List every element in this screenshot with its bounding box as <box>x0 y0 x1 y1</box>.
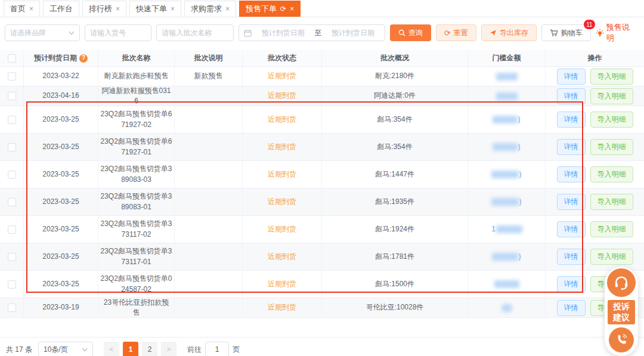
batch-overview-cell: 哥伦比亚:10028件 <box>322 298 468 317</box>
arrival-date-cell: 2023-03-25 <box>24 243 98 270</box>
batch-name-cell: 23Q2彪马预售切货单389083-03 <box>98 161 175 188</box>
row-checkbox[interactable] <box>8 171 16 179</box>
page-button-1[interactable]: 1 <box>123 342 138 356</box>
close-icon[interactable]: × <box>29 5 33 13</box>
export-stock-button[interactable]: 导出库存 <box>481 24 537 41</box>
table-row: 2023-03-2523Q2彪马预售切货单671927-01近期到货彪马:354… <box>0 134 644 161</box>
redacted-amount <box>494 280 519 288</box>
detail-button[interactable]: 详情 <box>557 249 586 265</box>
search-button[interactable]: 查询 <box>390 24 431 41</box>
refresh-icon: ⟳ <box>444 29 451 37</box>
batch-status-cell: 近期到货 <box>243 188 322 215</box>
row-select-cell <box>0 243 24 270</box>
batch-name-cell: 23Q2彪马预售切货单671927-02 <box>98 106 175 133</box>
goto-page-input[interactable] <box>205 342 229 356</box>
batch-name-input[interactable] <box>156 24 234 41</box>
header-select-all <box>0 50 24 66</box>
actions-cell: 详情导入明细 <box>546 243 644 270</box>
close-icon[interactable]: × <box>171 5 175 13</box>
tab-快速下单[interactable]: 快速下单× <box>129 1 181 17</box>
next-page-button[interactable]: > <box>161 342 177 356</box>
tab-label: 快速下单 <box>136 4 167 14</box>
detail-button[interactable]: 详情 <box>557 69 586 85</box>
tab-排行榜[interactable]: 排行榜× <box>82 1 126 17</box>
detail-button[interactable]: 详情 <box>557 139 586 155</box>
date-to-label: 至 <box>314 28 321 38</box>
actions-cell: 详情导入明细 <box>546 86 644 106</box>
batch-status-cell: 近期到货 <box>243 86 322 106</box>
tab-求购需求[interactable]: 求购需求× <box>184 1 236 17</box>
row-select-cell <box>0 271 24 298</box>
detail-button[interactable]: 详情 <box>557 276 586 292</box>
table-row: 2023-03-2523Q2彪马预售切货单373117-01近期到货彪马:178… <box>0 243 644 271</box>
import-detail-button[interactable]: 导入明细 <box>590 166 633 182</box>
tab-预售下单[interactable]: 预售下单⟳× <box>239 1 301 17</box>
cart-icon <box>550 29 558 37</box>
detail-button[interactable]: 详情 <box>557 88 586 104</box>
batch-desc-cell <box>175 298 243 317</box>
refresh-icon[interactable]: ⟳ <box>280 5 286 13</box>
question-icon[interactable]: ? <box>79 54 88 63</box>
status-badge: 近期到货 <box>268 224 296 234</box>
threshold-amount-cell: ) <box>468 243 546 270</box>
threshold-amount-cell <box>468 298 546 317</box>
import-detail-button[interactable]: 导入明细 <box>590 194 633 210</box>
prev-page-button[interactable]: < <box>104 342 119 356</box>
table-body: 2023-03-22耐克新款跑步鞋预售新款预售近期到货耐克:2180件详情导入明… <box>0 67 644 318</box>
page-buttons: < 12 > <box>104 342 177 356</box>
close-icon[interactable]: × <box>290 5 294 13</box>
batch-table: 预计到货日期 ? 批次名称 批次说明 批次状态 批次概况 门槛金额 操作 202… <box>0 50 644 338</box>
page-number-list: 12 <box>123 342 157 356</box>
amount-visible-suffix: ) <box>519 197 522 207</box>
detail-button[interactable]: 详情 <box>557 194 586 210</box>
phone-contact-button[interactable] <box>609 327 634 352</box>
arrival-date-range-picker[interactable]: 预计到货日期 至 预计到货日期 <box>239 24 385 41</box>
row-checkbox[interactable] <box>8 72 16 81</box>
row-checkbox[interactable] <box>8 143 16 151</box>
row-select-cell <box>0 161 24 188</box>
import-detail-button[interactable]: 导入明细 <box>590 112 633 128</box>
cart-button[interactable]: 购物车 11 <box>541 24 591 41</box>
row-checkbox[interactable] <box>8 280 16 289</box>
customer-service-button[interactable] <box>607 268 636 297</box>
row-checkbox[interactable] <box>8 198 16 206</box>
tab-首页[interactable]: 首页× <box>4 1 40 17</box>
table-row: 2023-04-16阿迪新款鞋服预售0316近期到货阿迪达斯:0件详情导入明细 <box>0 86 644 106</box>
import-detail-button[interactable]: 导入明细 <box>590 69 633 85</box>
import-detail-button[interactable]: 导入明细 <box>590 139 633 155</box>
row-select-cell <box>0 106 24 133</box>
row-checkbox[interactable] <box>8 253 16 261</box>
redacted-amount <box>493 116 518 123</box>
tab-工作台[interactable]: 工作台 <box>43 1 79 17</box>
presale-note-link[interactable]: 预售说明 <box>596 22 639 44</box>
import-detail-button[interactable]: 导入明细 <box>590 221 633 237</box>
batch-overview-cell: 阿迪达斯:0件 <box>322 86 468 106</box>
row-checkbox[interactable] <box>8 225 16 234</box>
sku-input[interactable] <box>85 24 151 41</box>
brand-select[interactable]: 请选择品牌 <box>5 24 80 41</box>
redacted-amount <box>493 143 518 151</box>
row-select-cell <box>0 298 24 317</box>
complaint-suggestion-button[interactable]: 投诉 建议 <box>608 300 635 324</box>
page-size-select[interactable]: 10条/页 <box>38 342 93 356</box>
search-button-label: 查询 <box>408 28 423 38</box>
page-button-2[interactable]: 2 <box>142 342 157 356</box>
row-checkbox[interactable] <box>8 116 16 124</box>
table-header-row: 预计到货日期 ? 批次名称 批次说明 批次状态 批次概况 门槛金额 操作 <box>0 50 644 67</box>
batch-desc-cell: 新款预售 <box>175 67 243 86</box>
close-icon[interactable]: × <box>116 5 120 13</box>
amount-visible-suffix: ) <box>518 142 521 152</box>
tab-bar: 首页×工作台排行榜×快速下单×求购需求×预售下单⟳× <box>0 0 644 17</box>
status-badge: 近期到货 <box>268 142 296 152</box>
detail-button[interactable]: 详情 <box>557 300 586 316</box>
detail-button[interactable]: 详情 <box>557 112 586 128</box>
reset-button[interactable]: ⟳ 重置 <box>436 24 476 41</box>
row-checkbox[interactable] <box>8 304 16 312</box>
import-detail-button[interactable]: 导入明细 <box>590 88 633 104</box>
close-icon[interactable]: × <box>225 5 230 13</box>
select-all-checkbox[interactable] <box>8 54 16 63</box>
import-detail-button[interactable]: 导入明细 <box>590 249 633 265</box>
detail-button[interactable]: 详情 <box>557 221 586 237</box>
row-checkbox[interactable] <box>8 92 16 100</box>
detail-button[interactable]: 详情 <box>557 166 586 182</box>
